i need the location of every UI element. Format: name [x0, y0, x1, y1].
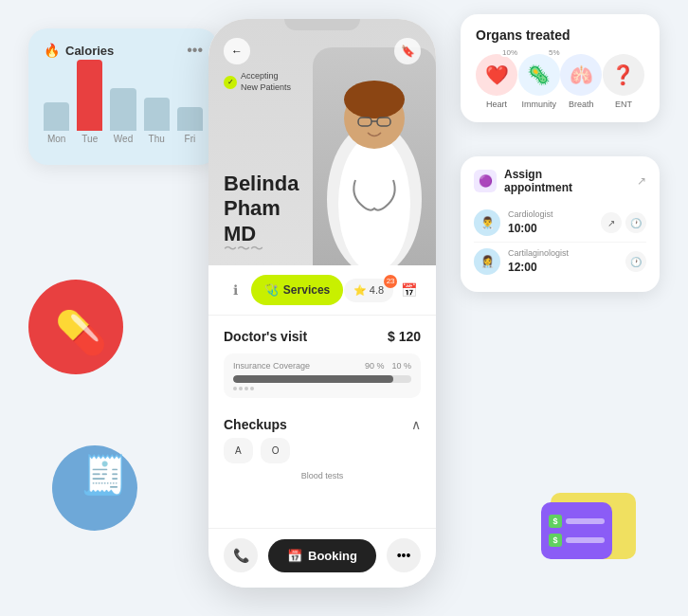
phone-top-bar: ← 🔖 [224, 38, 421, 64]
booking-button[interactable]: 📅 Booking [268, 539, 376, 572]
bar-tue-fill [77, 60, 102, 131]
cardiologist-avatar: 👨‍⚕️ [474, 209, 500, 236]
assign-card: 🟣 Assignappointment ↗ 👨‍⚕️ Cardiologist … [461, 156, 660, 292]
ent-circle: ❓ [603, 54, 644, 96]
lungs-icon: 🫁 [570, 63, 593, 86]
star-icon: ⭐ [353, 284, 367, 297]
organ-ent: ❓ ENT [603, 54, 644, 109]
billing-row-2: $ [549, 534, 605, 547]
svg-point-3 [344, 81, 405, 118]
pill-decoration: 💊 [28, 280, 142, 393]
checkup-item-2[interactable]: O [261, 438, 291, 463]
phone-mockup: ← 🔖 ✓ Accepting New Patients BelindaPham… [208, 19, 436, 588]
cardiologist-clock-button[interactable]: 🕐 [625, 212, 646, 233]
cartilaginologist-info: Cartilaginologist 12:00 [508, 248, 618, 275]
cardiologist-name: Cardiologist [508, 209, 593, 219]
calendar-tab[interactable]: 📅 [394, 275, 425, 305]
calories-title-wrap: 🔥 Calories [44, 43, 114, 58]
bar-tue: Tue [77, 60, 102, 144]
info-icon: ℹ [233, 282, 238, 298]
dot2 [239, 387, 243, 390]
more-options-button[interactable]: ••• [387, 538, 421, 572]
organ-breath: 🫁 Breath [560, 54, 602, 109]
billing-row-1: $ [549, 515, 605, 528]
rating-badge[interactable]: ⭐ 4.8 23 [344, 279, 393, 302]
bar-wed-fill [110, 88, 136, 131]
bar-mon-label: Mon [47, 134, 65, 144]
visit-price: $ 120 [388, 329, 421, 344]
heart-label: Heart [486, 100, 507, 109]
purple-icon: 🟣 [479, 174, 493, 188]
doctor-area: ← 🔖 ✓ Accepting New Patients BelindaPham… [208, 19, 436, 265]
ent-label: ENT [615, 100, 632, 109]
bar-wed-label: Wed [114, 134, 133, 144]
booking-calendar-icon: 📅 [287, 549, 302, 563]
organs-title: Organs treated [476, 27, 644, 43]
booking-label: Booking [308, 549, 357, 563]
stethoscope-icon: 🩺 [264, 283, 279, 297]
bookmark-button[interactable]: 🔖 [394, 38, 421, 64]
dot3 [244, 387, 248, 390]
expand-icon[interactable]: ↗ [637, 174, 646, 188]
phone-bottom-bar: 📞 📅 Booking ••• [208, 528, 436, 588]
bar-thu-label: Thu [149, 134, 165, 144]
checkups-header: Checkups ∧ [208, 408, 436, 438]
dot1 [233, 387, 237, 390]
cardiologist-time: 10:00 [508, 222, 537, 235]
accepting-line1: Accepting [241, 71, 279, 81]
doctor-name: BelindaPhamMD [224, 172, 299, 246]
bar-fri-label: Fri [185, 134, 196, 144]
coverage-box: Insurance Coverage 90 % 10 % [224, 353, 421, 398]
calories-header: 🔥 Calories ••• [44, 42, 203, 59]
organs-card: Organs treated ❤️ 10% Heart 🦠 5% Immunit… [461, 14, 660, 122]
bookmark-icon: 🔖 [401, 45, 415, 58]
coverage-pct: 90 % [365, 361, 385, 371]
info-tab[interactable]: ℹ [220, 275, 250, 305]
heart-icon: ❤️ [485, 63, 509, 86]
organs-grid: ❤️ 10% Heart 🦠 5% Immunity 🫁 Breath ❓ EN… [476, 54, 644, 109]
breath-circle: 🫁 [560, 54, 602, 96]
billing-bar-1 [566, 518, 605, 524]
assign-title: Assignappointment [504, 168, 637, 194]
phone-call-button[interactable]: 📞 [224, 538, 258, 572]
rating-value: 4.8 [370, 284, 384, 296]
checkups-title: Checkups [224, 417, 287, 432]
progress-dots [233, 387, 411, 390]
bar-fri: Fri [177, 107, 203, 144]
visit-title: Doctor's visit [224, 329, 307, 344]
bar-mon-fill [44, 102, 69, 131]
cardiologist-actions: ↗ 🕐 [601, 212, 646, 233]
breath-label: Breath [569, 100, 594, 109]
back-icon: ← [231, 45, 243, 58]
cardiologist-link-button[interactable]: ↗ [601, 212, 622, 233]
services-tab[interactable]: 🩺 Services [251, 275, 343, 305]
bar-mon: Mon [44, 102, 69, 144]
back-button[interactable]: ← [224, 38, 250, 64]
organ-immunity: 🦠 5% Immunity [518, 54, 560, 109]
phone-icon: 📞 [233, 548, 249, 563]
accepting-text: Accepting New Patients [241, 71, 291, 93]
cartilaginologist-avatar: 👩‍⚕️ [474, 248, 500, 275]
receipt-icon: 🧾 [81, 453, 128, 498]
bar-thu: Thu [144, 98, 170, 144]
chevron-up-icon[interactable]: ∧ [411, 417, 421, 432]
progress-bar [233, 375, 411, 383]
bar-fri-fill [177, 107, 203, 131]
cartilaginologist-clock-button[interactable]: 🕐 [625, 251, 646, 272]
billing-card: $ $ [541, 502, 612, 559]
checkup-item-1[interactable]: A [224, 438, 253, 463]
accepting-line2: New Patients [241, 82, 291, 92]
phone-notch [284, 19, 360, 30]
checkup-items: A O [208, 438, 436, 471]
billing-widget: $ $ [541, 493, 636, 569]
services-label: Services [283, 283, 330, 297]
appointment-cartilaginologist: 👩‍⚕️ Cartilaginologist 12:00 🕐 [474, 243, 646, 281]
progress-fill [233, 375, 393, 383]
bar-chart: Mon Tue Wed Thu Fri [44, 68, 203, 144]
calories-more-button[interactable]: ••• [187, 42, 203, 59]
visit-section: Doctor's visit $ 120 Insurance Coverage … [208, 316, 436, 408]
pill-icon: 💊 [55, 308, 107, 357]
dots-icon: ••• [397, 548, 411, 563]
bar-tue-label: Tue [81, 134, 98, 144]
remaining-pct: 10 % [391, 361, 411, 371]
